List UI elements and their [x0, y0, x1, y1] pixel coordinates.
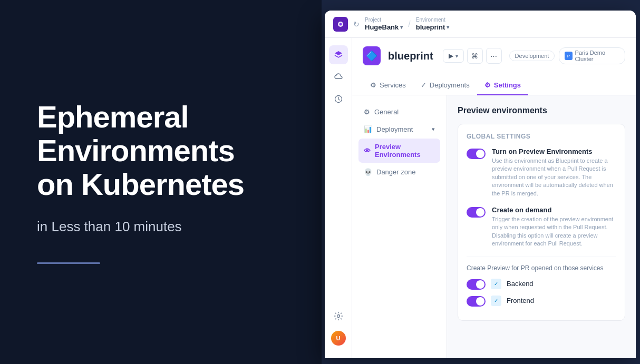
tab-settings[interactable]: ⚙ Settings: [477, 76, 528, 95]
tag-cluster: P Paris Demo Cluster: [559, 47, 625, 64]
cluster-dot-icon: P: [565, 52, 572, 60]
avatar[interactable]: U: [331, 331, 346, 346]
preview-icon: 👁: [364, 147, 371, 155]
frontend-service-name: Frontend: [507, 297, 534, 304]
tag-development: Development: [509, 51, 555, 61]
project-name[interactable]: HugeBank ▾: [365, 23, 403, 31]
toggle-row-preview: Turn on Preview Environments Use this en…: [467, 147, 616, 198]
toggle-title-demand: Create on demand: [492, 206, 616, 214]
env-name: blueprint: [388, 50, 433, 62]
env-tags: Development P Paris Demo Cluster: [509, 47, 625, 64]
toggle-desc-preview: Use this environment as Blueprint to cre…: [492, 157, 616, 198]
breadcrumb-nav: Project HugeBank ▾ / Environment bluepri…: [365, 17, 627, 31]
project-nav-group: Project HugeBank ▾: [365, 17, 403, 31]
left-panel: Ephemeral Environments on Kubernetes in …: [0, 0, 322, 364]
settings-nav-preview[interactable]: 👁 Preview Environments: [358, 139, 440, 163]
general-icon: ⚙: [364, 108, 370, 116]
main-content: U 🔷 blueprint ▶ ▾ ⌘ ⋯: [325, 38, 636, 358]
preview-toggle[interactable]: [467, 149, 486, 159]
main-heading: Ephemeral Environments on Kubernetes: [37, 100, 285, 201]
services-tab-icon: ⚙: [370, 81, 376, 89]
frontend-service-icon: ✓: [491, 296, 501, 306]
sidebar-bottom: U: [329, 307, 348, 351]
environment-chevron-icon: ▾: [447, 24, 449, 30]
more-options-button[interactable]: ⋯: [486, 48, 502, 64]
demand-toggle[interactable]: [467, 207, 486, 218]
settings-nav-deployment[interactable]: 📊 Deployment ▾: [358, 121, 440, 137]
env-title-row: 🔷 blueprint ▶ ▾ ⌘ ⋯ Development P Paris …: [363, 46, 625, 65]
settings-icon[interactable]: [329, 307, 348, 326]
sub-heading: in Less than 10 minutes: [37, 217, 285, 236]
svg-point-1: [340, 23, 342, 25]
toggle-info-demand: Create on demand Trigger the creation of…: [492, 206, 616, 248]
sidebar-icon-cloud[interactable]: [329, 67, 348, 86]
backend-service-icon: ✓: [491, 279, 501, 289]
deployment-icon: 📊: [364, 125, 372, 133]
toggle-row-demand: Create on demand Trigger the creation of…: [467, 206, 616, 248]
sidebar-icon-layers[interactable]: [329, 45, 348, 64]
service-row-backend: ✓ Backend: [467, 278, 616, 290]
right-panel: ↻ Project HugeBank ▾ / Environment bluep…: [322, 0, 640, 364]
settings-content: Preview environments Global settings Tur…: [447, 95, 636, 358]
play-button[interactable]: ▶ ▾: [443, 49, 464, 63]
settings-section-title: Preview environments: [458, 106, 625, 115]
sidebar: U: [325, 38, 352, 358]
settings-nav-general[interactable]: ⚙ General: [358, 104, 440, 120]
backend-toggle[interactable]: [467, 279, 486, 290]
toggle-info-preview: Turn on Preview Environments Use this en…: [492, 147, 616, 198]
svg-point-3: [337, 315, 340, 318]
settings-sidebar: ⚙ General 📊 Deployment ▾ 👁 Preview Envir…: [352, 95, 447, 358]
top-bar: ↻ Project HugeBank ▾ / Environment bluep…: [325, 11, 636, 38]
terminal-button[interactable]: ⌘: [467, 48, 483, 64]
project-label: Project: [365, 17, 403, 23]
app-window: ↻ Project HugeBank ▾ / Environment bluep…: [325, 11, 636, 358]
decorative-divider: [37, 262, 100, 264]
project-chevron-icon: ▾: [400, 24, 403, 30]
app-inner: 🔷 blueprint ▶ ▾ ⌘ ⋯ Development P Paris …: [352, 38, 636, 358]
settings-nav-danger[interactable]: 💀 Danger zone: [358, 164, 440, 180]
backend-service-name: Backend: [507, 280, 534, 288]
toggle-desc-demand: Trigger the creation of the preview envi…: [492, 215, 616, 248]
refresh-icon[interactable]: ↻: [353, 20, 360, 28]
global-settings-label: Global settings: [467, 133, 616, 140]
env-icon: 🔷: [363, 46, 381, 65]
tab-services[interactable]: ⚙ Services: [363, 76, 413, 95]
environment-label: Environment: [416, 17, 450, 23]
env-actions: ▶ ▾ ⌘ ⋯: [443, 48, 502, 64]
tab-deployments[interactable]: ✓ Deployments: [413, 76, 477, 95]
tabs: ⚙ Services ✓ Deployments ⚙ Settings: [352, 76, 636, 95]
nav-separator: /: [408, 19, 410, 29]
environment-nav-group: Environment blueprint ▾: [416, 17, 450, 31]
card-divider: [467, 257, 616, 257]
environment-name[interactable]: blueprint ▾: [416, 23, 450, 31]
deployment-expand-icon: ▾: [432, 126, 435, 133]
settings-card: Global settings Turn on Preview Environm…: [458, 124, 625, 321]
danger-icon: 💀: [364, 168, 372, 176]
env-header: 🔷 blueprint ▶ ▾ ⌘ ⋯ Development P Paris …: [352, 38, 636, 72]
frontend-toggle[interactable]: [467, 296, 486, 307]
deployments-tab-icon: ✓: [421, 81, 426, 89]
toggle-title-preview: Turn on Preview Environments: [492, 147, 616, 155]
settings-layout: ⚙ General 📊 Deployment ▾ 👁 Preview Envir…: [352, 95, 636, 358]
sidebar-icon-history[interactable]: [329, 90, 348, 109]
settings-tab-icon: ⚙: [484, 81, 491, 89]
service-row-frontend: ✓ Frontend: [467, 295, 616, 307]
services-label: Create Preview for PR opened on those se…: [467, 264, 616, 272]
app-logo: [333, 17, 348, 32]
